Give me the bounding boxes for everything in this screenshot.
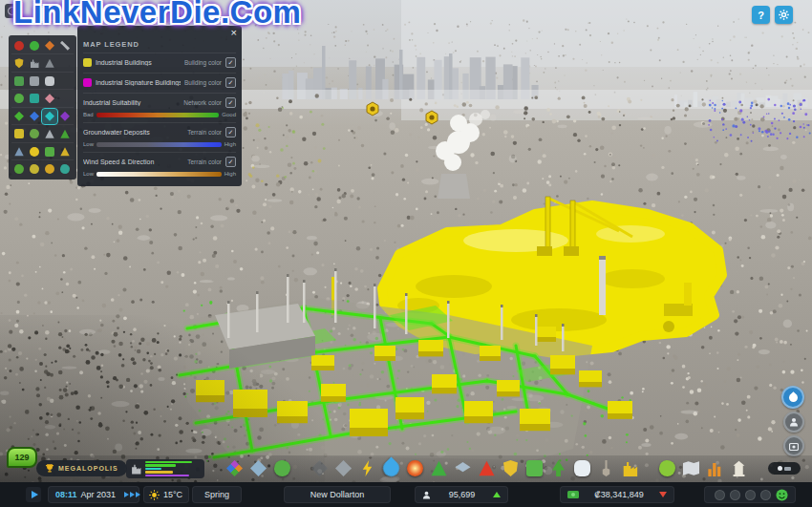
infoview-antenna-icon[interactable]	[42, 55, 57, 71]
legend-item: Industrial BuildingsBuilding color✓	[83, 53, 236, 73]
clock-time: 08:11	[55, 490, 77, 499]
infoview-factory-gray-icon[interactable]	[27, 55, 42, 71]
milestone-pill[interactable]: MEGALOPOLIS	[36, 460, 127, 476]
infoview-bird-icon[interactable]	[42, 126, 57, 141]
fertile-land-icon	[14, 112, 24, 121]
population-value: 95,699	[435, 490, 489, 499]
legend-gradient-bar	[96, 113, 220, 117]
building-icon	[131, 464, 141, 475]
infoview-hills-yellow-icon[interactable]	[27, 161, 42, 177]
elevated-roads-icon[interactable]	[250, 460, 267, 476]
infoview-mountain-icon[interactable]	[11, 144, 27, 159]
infoview-happiness-icon[interactable]	[27, 144, 42, 159]
infoview-warning-icon[interactable]	[57, 144, 73, 159]
settings-button[interactable]	[775, 6, 793, 24]
recycle-icon	[30, 41, 39, 51]
recycling-icon[interactable]	[659, 460, 675, 476]
fire-rescue-icon[interactable]	[479, 460, 495, 476]
communications-icon[interactable]	[574, 460, 590, 476]
infoview-leaf-icon[interactable]	[11, 91, 27, 106]
infoview-oil-icon[interactable]	[27, 109, 42, 124]
vegetation-icon[interactable]	[274, 460, 290, 476]
infoview-hills-teal-icon[interactable]	[57, 161, 73, 177]
infoview-money-icon[interactable]	[42, 144, 57, 159]
legend-label: Industrial Signature Buildings	[96, 79, 181, 86]
follow-citizen-button[interactable]	[783, 412, 804, 433]
infoview-alert-icon[interactable]	[11, 38, 27, 53]
infoview-hills-green-icon[interactable]	[11, 161, 27, 177]
infoview-recycle-icon[interactable]	[27, 38, 42, 53]
happiness-pill[interactable]	[704, 486, 796, 503]
infoview-coins-icon[interactable]	[42, 161, 57, 177]
legend-checkbox[interactable]: ✓	[225, 127, 236, 137]
platforms-icon[interactable]	[311, 460, 328, 476]
healthcare-icon[interactable]	[407, 460, 423, 476]
infoview-wrench-icon[interactable]	[57, 38, 73, 53]
water-icon[interactable]	[379, 456, 402, 479]
game-date: Apr 2031	[81, 490, 117, 499]
city-name-pill[interactable]: New Dollarton	[284, 486, 391, 503]
infoview-pasture-icon[interactable]	[27, 126, 42, 141]
infoview-bandage-icon[interactable]	[42, 91, 57, 106]
legend-checkbox[interactable]: ✓	[225, 157, 236, 167]
cinematic-camera-button[interactable]	[768, 462, 801, 475]
map-tiles-icon[interactable]	[683, 460, 699, 476]
infoview-sprout-icon[interactable]	[57, 126, 73, 141]
infoview-flame-icon[interactable]	[42, 38, 57, 53]
demand-bar	[145, 461, 192, 464]
legend-swatch	[83, 58, 92, 67]
building-icon	[14, 76, 24, 86]
legend-color-type: Terrain color	[187, 129, 222, 136]
shield-icon	[14, 58, 24, 68]
parks-icon[interactable]	[550, 460, 566, 476]
infoview-crate-icon[interactable]	[11, 126, 27, 141]
hills-yellow-icon	[30, 164, 39, 174]
landmarks-icon[interactable]	[731, 460, 747, 476]
zones-icon[interactable]	[226, 460, 243, 476]
legend-color-type: Building color	[184, 59, 222, 66]
infoview-home-icon[interactable]	[27, 74, 42, 89]
transportation-icon[interactable]	[526, 460, 543, 476]
legend-checkbox[interactable]: ✓	[225, 97, 236, 108]
legend-item: Industrial SuitabilityNetwork color✓BadG…	[83, 93, 236, 122]
money-pill[interactable]: ₡38,341,849	[560, 486, 674, 503]
temperature-pill: 15°C	[143, 486, 189, 503]
education-icon[interactable]	[455, 460, 471, 476]
money-value: ₡38,341,849	[583, 490, 655, 499]
legend-checkbox[interactable]: ✓	[225, 57, 236, 68]
person-icon	[422, 491, 431, 499]
play-pause-button[interactable]	[26, 487, 41, 502]
smiley-icon	[776, 489, 788, 501]
photo-mode-button[interactable]	[783, 435, 804, 456]
roads-icon[interactable]	[335, 460, 352, 476]
infoview-chat-icon[interactable]	[42, 74, 57, 89]
infoview-forest-resource-icon[interactable]	[57, 109, 73, 124]
infoview-grid-icon[interactable]	[27, 91, 42, 106]
legend-gradient-bar	[96, 172, 222, 177]
milestone-progress-badge[interactable]: 129	[7, 447, 37, 468]
legend-label: Groundwater Deposits	[83, 129, 183, 136]
chat-icon	[45, 76, 54, 86]
happiness-dots	[715, 490, 771, 500]
help-button[interactable]: ?	[752, 6, 770, 24]
statistics-icon[interactable]	[707, 460, 723, 476]
infoview-shield-icon[interactable]	[11, 55, 27, 71]
police-icon[interactable]	[502, 460, 519, 476]
garbage-icon[interactable]	[431, 460, 447, 476]
population-pill[interactable]: 95,699	[415, 486, 508, 503]
electricity-icon[interactable]	[359, 460, 375, 476]
landscaping-icon[interactable]	[598, 460, 614, 476]
time-controls[interactable]: 08:11 Apr 2031	[48, 486, 139, 503]
industry-icon[interactable]	[622, 460, 638, 476]
demand-bar	[145, 464, 176, 467]
map-view-button[interactable]	[781, 386, 804, 409]
infoview-fertile-land-icon[interactable]	[11, 109, 27, 124]
demand-indicator[interactable]	[126, 459, 204, 478]
speed-indicator[interactable]	[123, 492, 140, 497]
oil-icon	[30, 112, 39, 121]
infoview-building-icon[interactable]	[11, 74, 27, 89]
status-dot	[730, 490, 740, 500]
city-name: New Dollarton	[310, 490, 365, 499]
infoview-ore-icon[interactable]	[42, 109, 57, 124]
legend-checkbox[interactable]: ✓	[225, 77, 236, 88]
